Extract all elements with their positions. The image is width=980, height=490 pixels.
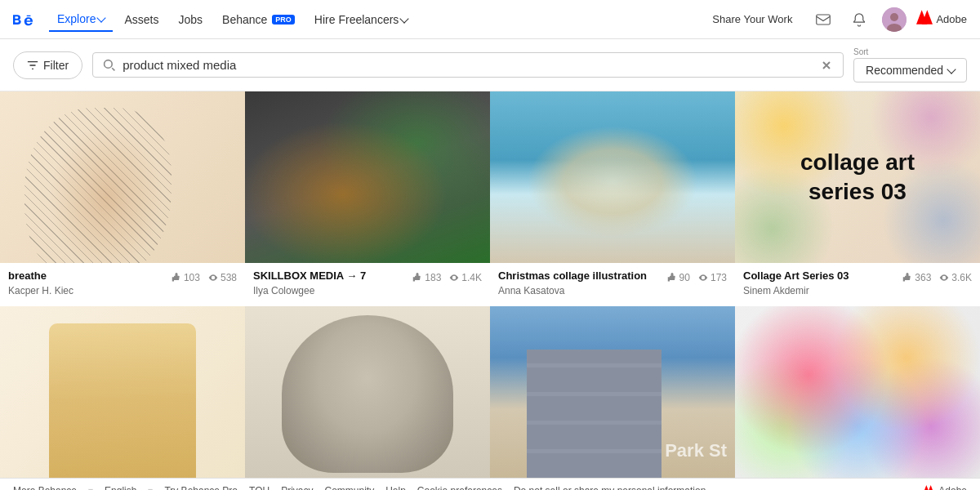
gallery-item-zeus[interactable] <box>245 306 490 478</box>
artwork-figure <box>0 306 245 478</box>
footer-tou[interactable]: TOU <box>249 485 270 490</box>
footer-community[interactable]: Community <box>324 485 374 490</box>
search-bar-row: Filter Sort Recommended <box>0 39 980 91</box>
avatar[interactable] <box>882 7 906 32</box>
footer-privacy[interactable]: Privacy <box>281 485 313 490</box>
adobe-icon <box>916 10 933 29</box>
footer-divider-1: ▾ <box>88 485 93 490</box>
header-right: Share Your Work <box>704 7 967 33</box>
adobe-footer-icon <box>922 485 935 490</box>
stat-views-skillbox: 1.4K <box>449 272 482 283</box>
clear-icon <box>820 59 833 72</box>
stat-views-breathe: 538 <box>208 272 237 283</box>
artwork-skillbox <box>245 91 490 263</box>
item-title-breathe: breathe <box>8 270 47 282</box>
like-icon <box>902 273 912 283</box>
eye-icon <box>449 273 459 283</box>
sort-button[interactable]: Recommended <box>853 58 967 82</box>
pro-badge: PRO <box>272 15 295 24</box>
stat-likes-christmas: 90 <box>667 272 690 283</box>
item-title-skillbox: SKILLBOX MEDIA → 7 <box>253 270 366 282</box>
clear-search-button[interactable] <box>820 59 833 72</box>
footer-try-pro[interactable]: Try Behance Pro <box>164 485 238 490</box>
footer-divider-2: ▾ <box>148 485 153 490</box>
filter-icon <box>27 60 38 71</box>
eye-icon <box>208 273 218 283</box>
gallery-item-collage[interactable]: Collage Art Series 03 363 3.6K Sinem Akd… <box>735 91 980 306</box>
explore-chevron-icon <box>97 13 106 22</box>
eye-icon <box>698 273 708 283</box>
item-author-collage: Sinem Akdemir <box>743 285 809 296</box>
item-meta-christmas: Christmas collage illustration 90 173 An… <box>490 263 735 306</box>
artwork-zeus <box>245 306 490 478</box>
main-nav: Explore Assets Jobs Behance PRO Hire Fre… <box>49 7 416 32</box>
item-author-breathe: Kacper H. Kiec <box>8 285 74 296</box>
search-wrapper <box>92 52 844 78</box>
footer-more-behance[interactable]: More Behance <box>13 485 77 490</box>
mail-button[interactable] <box>810 7 836 33</box>
behance-logo[interactable] <box>13 13 33 26</box>
nav-explore[interactable]: Explore <box>49 7 113 32</box>
nav-jobs[interactable]: Jobs <box>170 8 211 31</box>
gallery-item-skillbox[interactable]: SKILLBOX MEDIA → 7 183 1.4K Ilya Colowge… <box>245 91 490 306</box>
item-meta-collage: Collage Art Series 03 363 3.6K Sinem Akd… <box>735 263 980 306</box>
stat-views-collage: 3.6K <box>939 272 972 283</box>
artwork-collage <box>735 91 980 263</box>
stat-likes-skillbox: 183 <box>412 272 441 283</box>
footer-cookie[interactable]: Cookie preferences <box>417 485 502 490</box>
gallery-grid: breathe 103 538 Kacper H. Kiec SKILLBO <box>0 91 980 478</box>
hire-chevron-icon <box>400 14 409 23</box>
stat-views-christmas: 173 <box>698 272 727 283</box>
eye-icon <box>939 273 949 283</box>
artwork-christmas <box>490 91 735 263</box>
gallery-item-christmas[interactable]: Christmas collage illustration 90 173 An… <box>490 91 735 306</box>
artwork-colorful <box>735 306 980 478</box>
stat-likes-collage: 363 <box>902 272 931 283</box>
svg-point-6 <box>105 60 113 68</box>
header: Explore Assets Jobs Behance PRO Hire Fre… <box>0 0 980 39</box>
search-icon <box>103 59 116 72</box>
gallery-item-colorful[interactable] <box>735 306 980 478</box>
item-meta-breathe: breathe 103 538 Kacper H. Kiec <box>0 263 245 306</box>
gallery-item-building[interactable] <box>490 306 735 478</box>
item-author-skillbox: Ilya Colowgee <box>253 285 314 296</box>
stat-likes-breathe: 103 <box>172 272 200 283</box>
artwork-building <box>490 306 735 478</box>
item-meta-skillbox: SKILLBOX MEDIA → 7 183 1.4K Ilya Colowge… <box>245 263 490 306</box>
notification-button[interactable] <box>846 7 872 33</box>
adobe-logo: Adobe <box>916 10 967 29</box>
footer-help[interactable]: Help <box>385 485 406 490</box>
nav-hire-freelancers[interactable]: Hire Freelancers <box>306 8 416 31</box>
like-icon <box>172 273 181 283</box>
item-title-collage: Collage Art Series 03 <box>743 270 849 282</box>
share-your-work-button[interactable]: Share Your Work <box>704 8 800 30</box>
sort-chevron-icon <box>947 65 956 74</box>
item-author-christmas: Anna Kasatova <box>498 285 564 296</box>
svg-point-2 <box>890 13 898 21</box>
nav-assets[interactable]: Assets <box>116 8 167 31</box>
footer-do-not-sell[interactable]: Do not sell or share my personal informa… <box>514 485 706 490</box>
search-input[interactable] <box>122 58 813 72</box>
footer: More Behance ▾ English ▾ Try Behance Pro… <box>0 478 980 490</box>
filter-button[interactable]: Filter <box>13 51 82 79</box>
nav-behance[interactable]: Behance PRO <box>214 8 303 31</box>
svg-rect-0 <box>817 15 831 24</box>
footer-adobe: Adobe <box>922 485 967 490</box>
like-icon <box>412 273 422 283</box>
gallery-item-breathe[interactable]: breathe 103 538 Kacper H. Kiec <box>0 91 245 306</box>
artwork-breathe <box>0 91 245 263</box>
sort-wrapper: Sort Recommended <box>853 47 967 82</box>
item-title-christmas: Christmas collage illustration <box>498 270 647 282</box>
footer-english[interactable]: English <box>105 485 136 490</box>
gallery-item-figure[interactable] <box>0 306 245 478</box>
like-icon <box>667 273 677 283</box>
